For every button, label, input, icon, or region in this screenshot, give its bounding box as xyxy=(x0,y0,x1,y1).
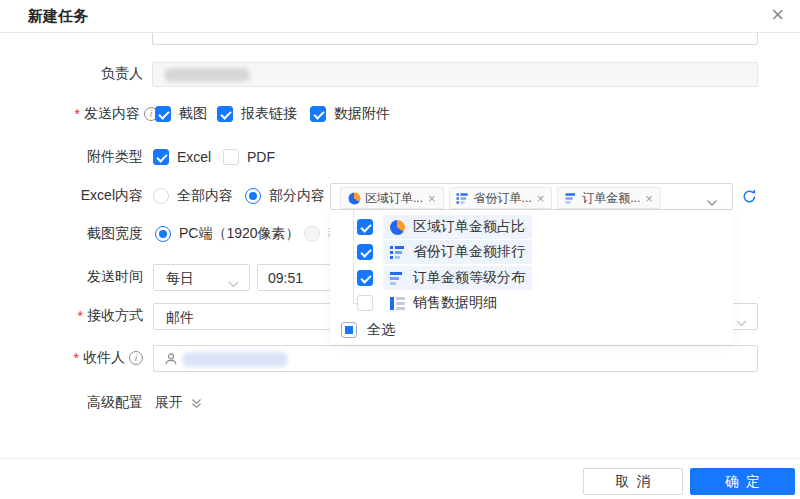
dialog-title: 新建任务 xyxy=(28,7,88,26)
checkbox-label: 截图 xyxy=(179,105,207,123)
checkbox-checked-icon[interactable] xyxy=(310,106,326,122)
chart-multiselect[interactable]: 区域订单... × 省份订单... × 订单金额... × xyxy=(330,183,733,210)
required-asterisk: * xyxy=(74,350,79,366)
user-icon xyxy=(164,352,178,369)
recipient-input[interactable] xyxy=(153,345,758,372)
footer-divider xyxy=(0,458,800,459)
checkbox-checked-icon[interactable] xyxy=(357,244,373,260)
checkbox-checked-icon[interactable] xyxy=(217,106,233,122)
checkbox-screenshot[interactable]: 截图 xyxy=(155,105,207,123)
owner-input xyxy=(152,62,758,87)
double-chevron-down-icon[interactable] xyxy=(190,397,203,413)
radio-selected-icon[interactable] xyxy=(155,226,171,242)
tag-province-order[interactable]: 省份订单... × xyxy=(449,187,553,209)
checkbox-label: 数据附件 xyxy=(334,105,390,123)
pie-chart-icon xyxy=(390,220,405,235)
radio-partial-content[interactable]: 部分内容 xyxy=(245,187,325,205)
checkbox-label: 报表链接 xyxy=(241,105,297,123)
close-icon[interactable]: × xyxy=(771,2,784,28)
tag-label: 区域订单... xyxy=(365,190,423,207)
required-asterisk: * xyxy=(78,308,83,324)
checkbox-unchecked-icon[interactable] xyxy=(223,149,239,165)
refresh-icon[interactable] xyxy=(741,188,758,205)
bar-distribution-icon xyxy=(390,271,405,286)
dropdown-item-region-order[interactable]: 区域订单金额占比 xyxy=(357,216,532,238)
dropdown-item-label: 区域订单金额占比 xyxy=(413,218,525,236)
screenshot-width-label: 截图宽度 xyxy=(0,225,143,243)
expand-toggle[interactable]: 展开 xyxy=(155,394,183,412)
radio-label: 部分内容 xyxy=(269,187,325,205)
redacted-owner-text xyxy=(164,68,250,82)
radio-label: PC端（1920像素） xyxy=(179,225,300,243)
dropdown-item-province-order[interactable]: 省份订单金额排行 xyxy=(357,241,532,263)
receive-method-label: * 接收方式 xyxy=(0,307,143,325)
checkbox-checked-icon[interactable] xyxy=(357,219,373,235)
attachment-type-label: 附件类型 xyxy=(0,148,143,166)
info-icon[interactable]: i xyxy=(129,351,143,365)
radio-label: 全部内容 xyxy=(177,187,233,205)
chevron-down-icon[interactable] xyxy=(706,194,718,210)
recipient-label: * 收件人 i xyxy=(0,349,143,367)
advanced-config-label: 高级配置 xyxy=(0,394,143,412)
new-task-dialog: 新建任务 × 负责人 * 发送内容 i 截图 报表链接 数据附件 附件类型 xyxy=(0,0,800,499)
task-name-input-partial[interactable] xyxy=(152,33,758,45)
required-asterisk: * xyxy=(75,106,80,122)
dropdown-item-label: 销售数据明细 xyxy=(413,294,497,312)
tag-remove-icon[interactable]: × xyxy=(428,192,436,205)
chart-dropdown-panel: 区域订单金额占比 省份订单金额排行 订单金额等级分布 xyxy=(330,210,733,344)
select-all-label: 全选 xyxy=(367,321,395,339)
checkbox-label: PDF xyxy=(247,149,275,165)
checkbox-excel[interactable]: Excel xyxy=(153,148,211,166)
tag-region-order[interactable]: 区域订单... × xyxy=(340,187,444,209)
dropdown-item-order-amount-dist[interactable]: 订单金额等级分布 xyxy=(357,267,532,289)
chevron-down-icon xyxy=(736,314,747,330)
dropdown-item-sales-detail[interactable]: 销售数据明细 xyxy=(357,292,504,314)
tag-label: 省份订单... xyxy=(474,190,532,207)
checkbox-pdf[interactable]: PDF xyxy=(223,148,275,166)
cancel-button[interactable]: 取消 xyxy=(583,468,683,495)
pie-chart-icon xyxy=(348,192,360,204)
send-time-label: 发送时间 xyxy=(0,268,143,286)
checkbox-checked-icon[interactable] xyxy=(155,106,171,122)
tag-order-amount[interactable]: 订单金额... × xyxy=(557,187,661,209)
table-icon xyxy=(390,297,405,310)
frequency-value: 每日 xyxy=(166,270,194,288)
bar-ranking-icon xyxy=(457,192,469,204)
confirm-button[interactable]: 确定 xyxy=(690,468,795,495)
receive-method-value: 邮件 xyxy=(166,309,194,327)
bar-ranking-icon xyxy=(390,245,405,260)
checkbox-checked-icon[interactable] xyxy=(357,270,373,286)
tag-remove-icon[interactable]: × xyxy=(645,192,653,205)
send-content-label: * 发送内容 i xyxy=(0,105,158,123)
time-value: 09:51 xyxy=(268,270,303,286)
radio-unselected-icon[interactable] xyxy=(153,188,169,204)
checkbox-data-attachment[interactable]: 数据附件 xyxy=(310,105,390,123)
bar-distribution-icon xyxy=(565,192,577,204)
selected-tags: 区域订单... × 省份订单... × 订单金额... × xyxy=(340,187,661,209)
dialog-body: 负责人 * 发送内容 i 截图 报表链接 数据附件 附件类型 Excel xyxy=(0,33,800,499)
checkbox-report-link[interactable]: 报表链接 xyxy=(217,105,297,123)
chevron-down-icon xyxy=(228,275,239,291)
checkbox-indeterminate-icon[interactable] xyxy=(341,322,357,338)
checkbox-label: Excel xyxy=(177,149,211,165)
owner-label: 负责人 xyxy=(0,65,143,83)
dialog-header: 新建任务 × xyxy=(0,0,800,33)
tag-label: 订单金额... xyxy=(582,190,640,207)
select-all-row[interactable]: 全选 xyxy=(341,319,395,341)
tree-connector-line xyxy=(353,210,354,304)
tag-remove-icon[interactable]: × xyxy=(537,192,545,205)
checkbox-unchecked-icon[interactable] xyxy=(357,295,373,311)
redacted-recipient-text xyxy=(182,352,288,367)
dropdown-item-label: 订单金额等级分布 xyxy=(413,269,525,287)
radio-selected-icon[interactable] xyxy=(245,188,261,204)
radio-pc-width[interactable]: PC端（1920像素） xyxy=(155,225,300,243)
frequency-select[interactable]: 每日 xyxy=(153,264,250,291)
checkbox-checked-icon[interactable] xyxy=(153,149,169,165)
radio-disabled-icon xyxy=(304,226,320,242)
dropdown-item-label: 省份订单金额排行 xyxy=(413,243,525,261)
excel-content-label: Excel内容 xyxy=(0,187,143,205)
radio-all-content[interactable]: 全部内容 xyxy=(153,187,233,205)
